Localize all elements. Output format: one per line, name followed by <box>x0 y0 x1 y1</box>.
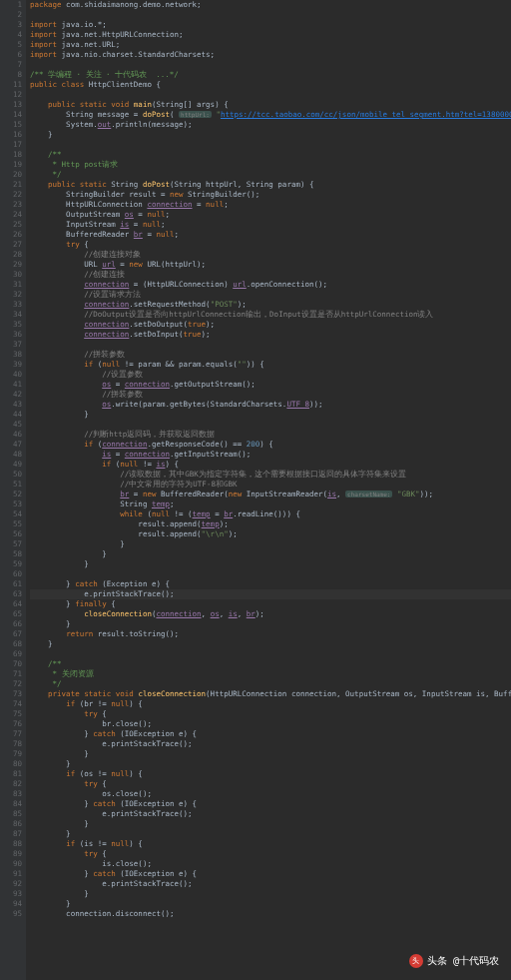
code-line[interactable]: e.printStackTrace(); <box>30 879 511 889</box>
code-line[interactable]: } <box>30 639 511 649</box>
code-line[interactable]: } <box>30 749 511 759</box>
code-line[interactable]: connection = (HttpURLConnection) url.ope… <box>30 280 511 290</box>
code-line[interactable]: InputStream is = null; <box>30 220 511 230</box>
code-line[interactable]: } catch (Exception e) { <box>30 579 511 589</box>
code-line[interactable]: } <box>30 759 511 769</box>
code-line[interactable]: //读取数据，其中GBK为指定字符集，这个需要根据接口返回的具体字符集来设置 <box>30 470 511 480</box>
code-line[interactable]: } catch (IOException e) { <box>30 799 511 809</box>
code-line[interactable]: package com.shidaimanong.demo.network; <box>30 0 511 10</box>
code-line[interactable]: if (connection.getResponseCode() == 200)… <box>30 440 511 450</box>
code-line[interactable]: } <box>30 899 511 909</box>
code-line[interactable]: return result.toString(); <box>30 629 511 639</box>
code-line[interactable]: //拼装参数 <box>30 390 511 400</box>
code-line[interactable]: //设置请求方法 <box>30 290 511 300</box>
code-line[interactable]: result.append("\r\n"); <box>30 529 511 539</box>
code-line[interactable]: } <box>30 559 511 569</box>
code-line[interactable]: private static void closeConnection(Http… <box>30 689 511 699</box>
line-number: 21 <box>0 180 22 190</box>
code-line[interactable]: os = connection.getOutputStream(); <box>30 380 511 390</box>
code-line[interactable]: /** 学编程 · 关注 · 十代码农 ...*/ <box>30 70 511 80</box>
code-line[interactable]: */ <box>30 170 511 180</box>
code-line[interactable]: br = new BufferedReader(new InputStreamR… <box>30 490 511 499</box>
code-line[interactable]: } <box>30 130 511 140</box>
code-line[interactable]: try { <box>30 779 511 789</box>
code-line[interactable]: e.printStackTrace(); <box>30 589 511 599</box>
code-line[interactable]: /** <box>30 659 511 669</box>
code-line[interactable] <box>30 60 511 70</box>
code-line[interactable]: connection.setRequestMethod("POST"); <box>30 300 511 310</box>
code-line[interactable] <box>30 140 511 150</box>
code-line[interactable]: String temp; <box>30 499 511 509</box>
code-line[interactable]: import java.io.*; <box>30 20 511 30</box>
code-line[interactable]: //DoOutput设置是否向httpUrlConnection输出，DoInp… <box>30 310 511 320</box>
code-line[interactable]: URL url = new URL(httpUrl); <box>30 260 511 270</box>
code-line[interactable] <box>30 420 511 430</box>
code-line[interactable]: //设置参数 <box>30 370 511 380</box>
code-line[interactable]: closeConnection(connection, os, is, br); <box>30 609 511 619</box>
code-area[interactable]: package com.shidaimanong.demo.network; i… <box>26 0 511 980</box>
code-line[interactable]: } <box>30 619 511 629</box>
code-line[interactable]: /** <box>30 150 511 160</box>
code-line[interactable]: if (null != is) { <box>30 460 511 470</box>
code-line[interactable]: import java.net.HttpURLConnection; <box>30 30 511 40</box>
code-line[interactable]: HttpURLConnection connection = null; <box>30 200 511 210</box>
code-line[interactable] <box>30 90 511 100</box>
line-number: 83 <box>0 789 22 799</box>
code-line[interactable]: * 关闭资源 <box>30 669 511 679</box>
code-line[interactable]: String message = doPost( httpUrl: "https… <box>30 110 511 120</box>
line-number: 28 <box>0 250 22 260</box>
code-line[interactable]: if (is != null) { <box>30 839 511 849</box>
code-line[interactable]: is = connection.getInputStream(); <box>30 450 511 460</box>
code-line[interactable] <box>30 649 511 659</box>
code-line[interactable]: result.append(temp); <box>30 519 511 529</box>
code-line[interactable]: public static void main(String[] args) { <box>30 100 511 110</box>
code-line[interactable]: try { <box>30 709 511 719</box>
code-line[interactable]: } catch (IOException e) { <box>30 869 511 879</box>
code-line[interactable]: os.close(); <box>30 789 511 799</box>
code-line[interactable]: //判断http返回码，并获取返回数据 <box>30 430 511 440</box>
code-line[interactable]: //中文常用的字符为UTF-8和GBK <box>30 480 511 490</box>
code-line[interactable]: //创建连接对象 <box>30 250 511 260</box>
code-line[interactable]: if (os != null) { <box>30 769 511 779</box>
code-line[interactable]: public static String doPost(String httpU… <box>30 180 511 190</box>
code-line[interactable]: } <box>30 889 511 899</box>
code-line[interactable]: } <box>30 539 511 549</box>
code-line[interactable]: OutputStream os = null; <box>30 210 511 220</box>
code-line[interactable]: //创建连接 <box>30 270 511 280</box>
code-line[interactable]: //拼装参数 <box>30 350 511 360</box>
code-editor[interactable]: 12345678111213▶1415161718192021222324252… <box>0 0 511 980</box>
code-line[interactable]: import java.net.URL; <box>30 40 511 50</box>
code-line[interactable]: connection.setDoInput(true); <box>30 330 511 340</box>
code-line[interactable] <box>30 340 511 350</box>
line-number: 30 <box>0 270 22 280</box>
code-line[interactable]: while (null != (temp = br.readLine())) { <box>30 509 511 519</box>
code-line[interactable]: connection.disconnect(); <box>30 909 511 919</box>
code-line[interactable]: br.close(); <box>30 719 511 729</box>
code-line[interactable]: is.close(); <box>30 859 511 869</box>
code-line[interactable]: e.printStackTrace(); <box>30 739 511 749</box>
line-number: 18 <box>0 150 22 160</box>
code-line[interactable]: * Http post请求 <box>30 160 511 170</box>
code-line[interactable]: e.printStackTrace(); <box>30 809 511 819</box>
code-line[interactable]: public class HttpClientDemo { <box>30 80 511 90</box>
code-line[interactable]: */ <box>30 679 511 689</box>
code-line[interactable]: } catch (IOException e) { <box>30 729 511 739</box>
code-line[interactable]: } <box>30 410 511 420</box>
code-line[interactable]: StringBuilder result = new StringBuilder… <box>30 190 511 200</box>
code-line[interactable]: System.out.println(message); <box>30 120 511 130</box>
code-line[interactable]: } <box>30 819 511 829</box>
code-line[interactable]: if (br != null) { <box>30 699 511 709</box>
code-line[interactable]: } finally { <box>30 599 511 609</box>
code-line[interactable] <box>30 569 511 579</box>
code-line[interactable]: connection.setDoOutput(true); <box>30 320 511 330</box>
code-line[interactable]: os.write(param.getBytes(StandardCharsets… <box>30 400 511 410</box>
code-line[interactable]: import java.nio.charset.StandardCharsets… <box>30 50 511 60</box>
code-line[interactable]: } <box>30 829 511 839</box>
code-line[interactable]: try { <box>30 849 511 859</box>
code-line[interactable] <box>30 10 511 20</box>
code-line[interactable]: } <box>30 549 511 559</box>
code-line[interactable]: if (null != param && param.equals("")) { <box>30 360 511 370</box>
code-line[interactable]: BufferedReader br = null; <box>30 230 511 240</box>
line-number: 1 <box>0 0 22 10</box>
code-line[interactable]: try { <box>30 240 511 250</box>
